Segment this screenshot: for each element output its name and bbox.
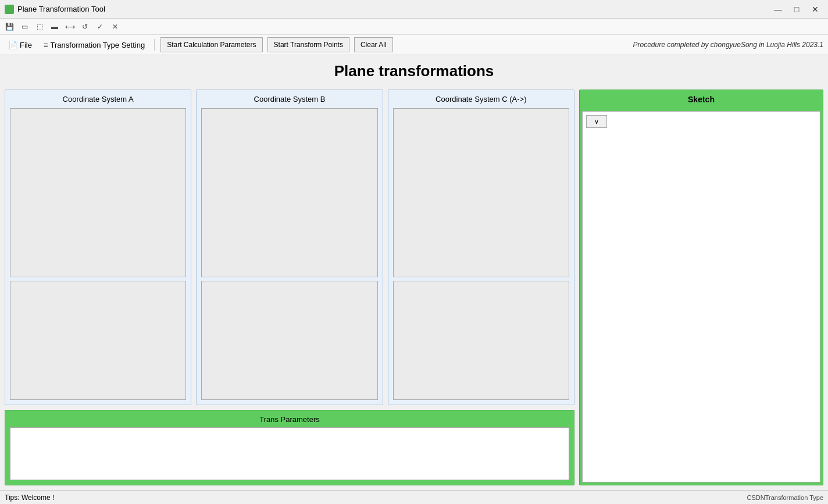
tips-label: Tips: (5, 494, 20, 502)
separator-1 (154, 39, 155, 51)
refresh-icon-btn[interactable]: ↺ (78, 20, 92, 33)
settings-icon: ≡ (44, 41, 48, 49)
toolbar-main: 📄 File ≡ Transformation Type Setting Sta… (0, 35, 828, 55)
settings-menu[interactable]: ≡ Transformation Type Setting (40, 40, 148, 51)
close-button[interactable]: ✕ (807, 3, 823, 16)
close2-icon-btn[interactable]: ✕ (108, 20, 122, 33)
left-section: Coordinate System A Coordinate System B … (5, 90, 574, 485)
trans-params-title: Trans Parameters (10, 415, 569, 424)
file-label: File (20, 41, 32, 49)
coord-b-textbox-upper[interactable] (201, 108, 377, 277)
file-menu[interactable]: 📄 File (5, 40, 35, 51)
title-bar: Plane Transformation Tool — □ ✕ (0, 0, 828, 19)
clear-all-button[interactable]: Clear All (354, 37, 393, 52)
coord-c-textbox-lower[interactable] (393, 281, 569, 400)
toolbar-area: 💾 ▭ ⬚ ▬ ⟷ ↺ ✓ ✕ 📄 File ≡ Transformation … (0, 19, 828, 55)
toolbar-status-text: Procedure completed by chongyueSong in L… (633, 41, 823, 49)
sketch-title: Sketch (580, 90, 823, 109)
toolbar-top: 💾 ▭ ⬚ ▬ ⟷ ↺ ✓ ✕ (0, 19, 828, 35)
file-icon: 📄 (8, 41, 17, 49)
start-calc-button[interactable]: Start Calculation Parameters (160, 37, 262, 52)
start-transform-button[interactable]: Start Transform Points (267, 37, 349, 52)
maximize-button[interactable]: □ (788, 3, 805, 16)
minimize-button[interactable]: — (770, 3, 786, 16)
check-icon-btn[interactable]: ✓ (93, 20, 107, 33)
title-bar-controls: — □ ✕ (770, 3, 823, 16)
coord-c-title: Coordinate System C (A->) (393, 95, 569, 103)
page-title: Plane transformations (5, 60, 823, 85)
rect2-icon-btn[interactable]: ▬ (48, 20, 62, 33)
app-icon (5, 5, 14, 14)
status-right-text: CSDNTransformation Type (747, 494, 823, 501)
coord-a-textbox-upper[interactable] (10, 108, 186, 277)
settings-label: Transformation Type Setting (51, 41, 145, 49)
coord-c-textbox-upper[interactable] (393, 108, 569, 277)
sketch-dropdown[interactable]: ∨ (586, 115, 607, 128)
content-area: Coordinate System A Coordinate System B … (5, 90, 823, 485)
select-icon-btn[interactable]: ⬚ (33, 20, 47, 33)
sketch-panel: Sketch ∨ (579, 90, 823, 485)
coord-a-textbox-lower[interactable] (10, 281, 186, 400)
sketch-inner: ∨ (582, 111, 820, 482)
coord-a-title: Coordinate System A (10, 95, 186, 103)
main-content: Plane transformations Coordinate System … (0, 55, 828, 490)
trans-params-textarea[interactable] (10, 427, 569, 480)
title-bar-text: Plane Transformation Tool (17, 5, 770, 13)
coord-panel-b: Coordinate System B (196, 90, 383, 405)
coord-panel-a: Coordinate System A (5, 90, 191, 405)
coord-b-textbox-lower[interactable] (201, 281, 377, 400)
welcome-text: Welcome ! (22, 494, 54, 502)
move-icon-btn[interactable]: ⟷ (63, 20, 77, 33)
status-bar: Tips: Welcome ! CSDNTransformation Type (0, 490, 828, 504)
coord-panels: Coordinate System A Coordinate System B … (5, 90, 574, 405)
coord-panel-c: Coordinate System C (A->) (388, 90, 574, 405)
rect-icon-btn[interactable]: ▭ (17, 20, 31, 33)
coord-b-title: Coordinate System B (201, 95, 377, 103)
save-icon-btn[interactable]: 💾 (2, 20, 16, 33)
trans-params-panel: Trans Parameters (5, 410, 574, 485)
